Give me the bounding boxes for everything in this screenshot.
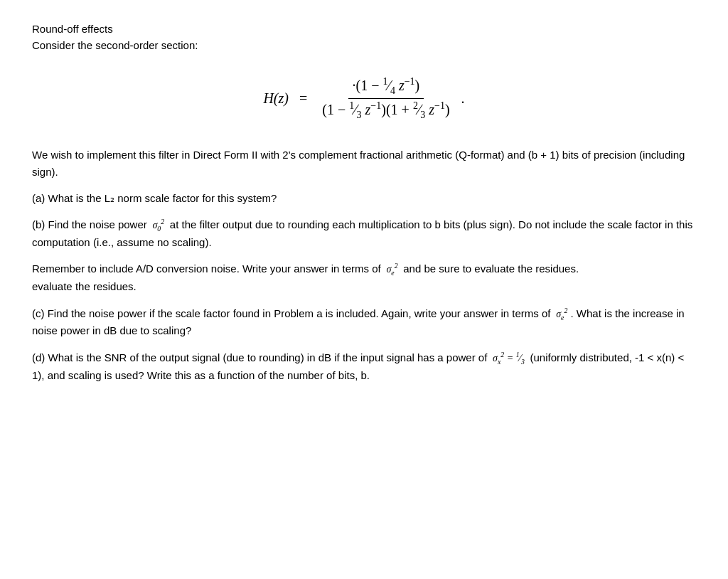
- header-section: Round-off effects Consider the second-or…: [32, 21, 696, 53]
- part-b-remember-paragraph: Remember to include A/D conversion noise…: [32, 260, 696, 294]
- formula-numerator: ·(1 − 1⁄4 z−1): [348, 75, 424, 99]
- sigma-x-squared: σx2 = 1⁄3: [491, 353, 528, 363]
- part-c-start-text: (c) Find the noise power if the scale fa…: [32, 307, 551, 319]
- formula-equals: =: [296, 90, 311, 107]
- part-a-paragraph: (a) What is the L₂ norm scale factor for…: [32, 190, 696, 206]
- sigma-squared-o: σ02: [150, 220, 167, 230]
- part-d-text: (d) What is the SNR of the output signal…: [32, 351, 487, 363]
- part-b-start-text: (b) Find the noise power: [32, 218, 147, 230]
- formula-lhs: H(z): [263, 90, 289, 107]
- header-line2: Consider the second-order section:: [32, 38, 696, 54]
- formula-fraction: ·(1 − 1⁄4 z−1) (1 − 1⁄3 z−1)(1 + 2⁄3 z−1…: [318, 75, 454, 122]
- main-formula: H(z) = ·(1 − 1⁄4 z−1) (1 − 1⁄3 z−1)(1 + …: [32, 75, 696, 122]
- part-b-remember2-text: and be sure to evaluate the residues.: [403, 262, 579, 275]
- part-b-paragraph: (b) Find the noise power σ02 at the filt…: [32, 216, 696, 250]
- part-a-text: (a) What is the L₂ norm scale factor for…: [32, 192, 277, 204]
- sigma-squared-e-c: σe2: [554, 309, 568, 319]
- formula-denominator: (1 − 1⁄3 z−1)(1 + 2⁄3 z−1): [318, 99, 454, 122]
- part-d-paragraph: (d) What is the SNR of the output signal…: [32, 349, 696, 383]
- intro-text: We wish to implement this filter in Dire…: [32, 149, 685, 177]
- part-b-evaluate-text: evaluate the residues.: [32, 280, 136, 292]
- part-b-remember-text: Remember to include A/D conversion noise…: [32, 262, 381, 275]
- part-c-paragraph: (c) Find the noise power if the scale fa…: [32, 305, 696, 339]
- header-line1: Round-off effects: [32, 21, 696, 38]
- intro-paragraph: We wish to implement this filter in Dire…: [32, 147, 696, 180]
- sigma-squared-e-inline: σe2: [384, 264, 400, 275]
- formula-expression: H(z) = ·(1 − 1⁄4 z−1) (1 − 1⁄3 z−1)(1 + …: [263, 75, 464, 122]
- formula-period: .: [461, 90, 465, 107]
